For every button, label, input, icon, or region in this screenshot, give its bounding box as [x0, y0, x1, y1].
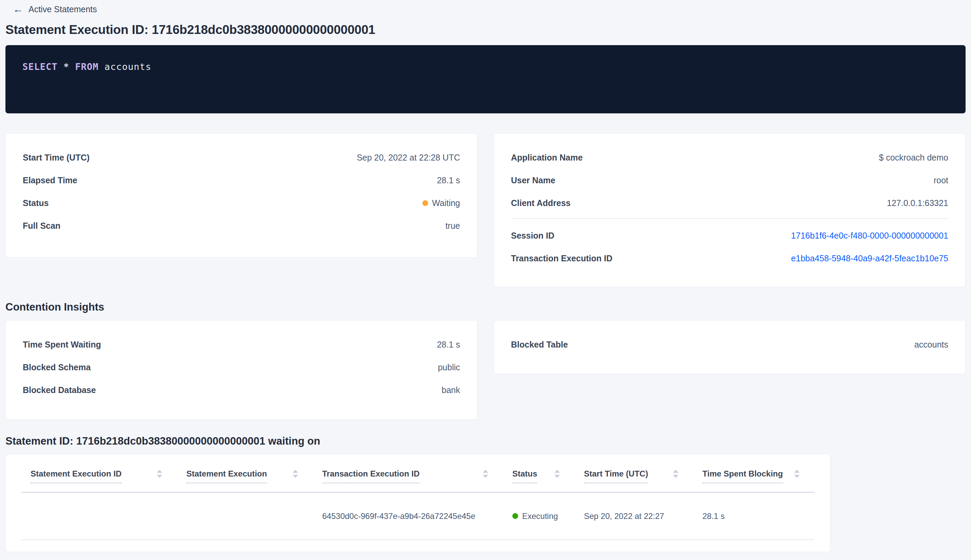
- blocked-table-value: accounts: [914, 340, 948, 350]
- cell-status: Executing: [503, 512, 575, 521]
- waiting-status-dot-icon: [422, 200, 428, 206]
- status-value: Waiting: [422, 198, 460, 208]
- page-title: Statement Execution ID: 1716b218dc0b3838…: [5, 22, 966, 37]
- executing-status-dot-icon: [512, 513, 518, 519]
- sort-icon[interactable]: [554, 469, 560, 478]
- table-header-row: Statement Execution ID Statement Executi…: [22, 454, 814, 493]
- contention-insights-heading: Contention Insights: [5, 301, 966, 313]
- row-time-spent-waiting: Time Spent Waiting 28.1 s: [23, 333, 460, 356]
- full-scan-value: true: [445, 221, 460, 231]
- back-arrow-icon: ←: [13, 4, 23, 14]
- sort-icon[interactable]: [483, 469, 488, 478]
- column-header-transaction-execution-id[interactable]: Transaction Execution ID: [313, 469, 503, 483]
- row-full-scan: Full Scan true: [23, 215, 460, 237]
- column-header-statement-execution[interactable]: Statement Execution: [177, 469, 313, 483]
- executing-status-text: Executing: [522, 512, 558, 521]
- application-name-label: Application Name: [511, 153, 582, 163]
- row-start-time: Start Time (UTC) Sep 20, 2022 at 22:28 U…: [23, 146, 460, 169]
- blocked-table-card: Blocked Table accounts: [494, 320, 966, 374]
- back-link[interactable]: ← Active Statements: [5, 0, 966, 14]
- column-label: Statement Execution ID: [30, 469, 122, 483]
- start-time-value: Sep 20, 2022 at 22:28 UTC: [357, 153, 460, 163]
- start-time-label: Start Time (UTC): [23, 153, 90, 163]
- sql-preview-box: SELECT * FROM accounts: [5, 45, 966, 113]
- row-blocked-schema: Blocked Schema public: [23, 356, 460, 379]
- column-label: Statement Execution: [187, 469, 267, 483]
- row-elapsed-time: Elapsed Time 28.1 s: [23, 169, 460, 192]
- sql-keyword-from: FROM: [75, 62, 98, 72]
- column-label: Start Time (UTC): [584, 469, 648, 483]
- table-row: 64530d0c-969f-437e-a9b4-26a72245e45e Exe…: [22, 493, 814, 540]
- blocked-schema-value: public: [438, 362, 460, 372]
- session-card: Application Name $ cockroach demo User N…: [494, 133, 966, 287]
- column-label: Transaction Execution ID: [322, 469, 420, 483]
- full-scan-label: Full Scan: [23, 221, 60, 231]
- time-spent-waiting-value: 28.1 s: [437, 340, 460, 350]
- user-name-value: root: [934, 175, 948, 185]
- column-header-statement-execution-id[interactable]: Statement Execution ID: [22, 469, 177, 483]
- cell-transaction-execution-id: 64530d0c-969f-437e-a9b4-26a72245e45e: [313, 512, 503, 521]
- elapsed-time-value: 28.1 s: [437, 175, 460, 185]
- time-spent-waiting-label: Time Spent Waiting: [23, 340, 101, 350]
- client-address-label: Client Address: [511, 198, 571, 208]
- overview-card: Start Time (UTC) Sep 20, 2022 at 22:28 U…: [5, 133, 477, 258]
- row-blocked-database: Blocked Database bank: [23, 379, 460, 402]
- blocked-table-label: Blocked Table: [511, 340, 568, 350]
- row-transaction-execution-id: Transaction Execution ID e1bba458-5948-4…: [511, 247, 948, 270]
- sql-keyword-select: SELECT: [22, 62, 58, 72]
- status-label: Status: [23, 198, 48, 208]
- transaction-execution-id-label: Transaction Execution ID: [511, 253, 612, 263]
- blocked-database-label: Blocked Database: [23, 385, 96, 395]
- contention-cards-row: Time Spent Waiting 28.1 s Blocked Schema…: [5, 320, 966, 420]
- column-header-start-time[interactable]: Start Time (UTC): [575, 469, 693, 483]
- blocked-database-value: bank: [442, 385, 460, 395]
- overview-cards-row: Start Time (UTC) Sep 20, 2022 at 22:28 U…: [5, 133, 966, 287]
- sql-table-identifier: accounts: [105, 62, 152, 72]
- session-id-link[interactable]: 1716b1f6-4e0c-f480-0000-000000000001: [791, 231, 948, 241]
- column-label: Status: [512, 469, 537, 483]
- page: ← Active Statements Statement Execution …: [0, 0, 971, 552]
- application-name-value: $ cockroach demo: [879, 153, 948, 163]
- row-status: Status Waiting: [23, 192, 460, 215]
- cell-time-spent-blocking: 28.1 s: [693, 512, 814, 521]
- session-card-divider: [511, 218, 948, 219]
- client-address-value: 127.0.0.1:63321: [887, 198, 948, 208]
- status-text: Waiting: [432, 198, 460, 208]
- sql-star-operator: *: [63, 62, 69, 72]
- user-name-label: User Name: [511, 175, 556, 185]
- row-blocked-table: Blocked Table accounts: [511, 333, 948, 356]
- session-id-label: Session ID: [511, 231, 554, 241]
- sort-icon[interactable]: [293, 469, 298, 478]
- row-user-name: User Name root: [511, 169, 948, 192]
- row-application-name: Application Name $ cockroach demo: [511, 146, 948, 169]
- waiting-statements-table: Statement Execution ID Statement Executi…: [5, 454, 831, 552]
- sql-statement: SELECT * FROM accounts: [22, 62, 949, 72]
- column-header-status[interactable]: Status: [503, 469, 575, 483]
- blocked-schema-label: Blocked Schema: [23, 362, 91, 372]
- row-client-address: Client Address 127.0.0.1:63321: [511, 192, 948, 215]
- transaction-execution-id-link[interactable]: e1bba458-5948-40a9-a42f-5feac1b10e75: [791, 253, 948, 263]
- sort-icon[interactable]: [794, 469, 799, 478]
- cell-start-time: Sep 20, 2022 at 22:27: [575, 512, 693, 521]
- back-link-label: Active Statements: [28, 4, 97, 14]
- column-label: Time Spent Blocking: [702, 469, 783, 483]
- contention-left-card: Time Spent Waiting 28.1 s Blocked Schema…: [5, 320, 477, 420]
- waiting-on-heading: Statement ID: 1716b218dc0b38380000000000…: [5, 435, 966, 447]
- elapsed-time-label: Elapsed Time: [23, 175, 77, 185]
- column-header-time-spent-blocking[interactable]: Time Spent Blocking: [693, 469, 814, 483]
- row-session-id: Session ID 1716b1f6-4e0c-f480-0000-00000…: [511, 224, 948, 247]
- sort-icon[interactable]: [673, 469, 678, 478]
- sort-icon[interactable]: [157, 469, 162, 478]
